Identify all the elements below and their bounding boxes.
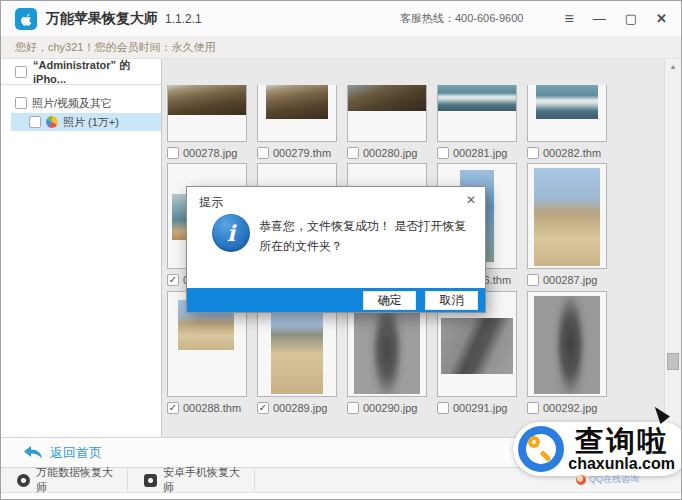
qq-face-icon <box>576 475 586 485</box>
photo-cell[interactable]: 000279.thm <box>257 85 337 159</box>
file-checkbox[interactable]: ✓ <box>257 402 269 414</box>
thumbnail-box[interactable] <box>527 163 607 269</box>
file-checkbox[interactable]: ✓ <box>167 402 179 414</box>
photo-cell[interactable]: 000280.jpg <box>347 85 427 159</box>
thumbnail-box[interactable] <box>527 85 607 142</box>
photo-cell[interactable]: 000282.thm <box>527 85 607 159</box>
recovery-logo-icon <box>17 474 30 487</box>
magnifier-handle-icon <box>540 450 552 462</box>
photo-thumbnail <box>168 85 246 115</box>
dialog-close-icon[interactable]: ✕ <box>466 193 476 207</box>
app-title: 万能苹果恢复大师 <box>46 10 158 28</box>
tab-universal-recovery[interactable]: 万能数据恢复大师 <box>1 468 128 492</box>
file-label: 000291.jpg <box>437 402 517 414</box>
back-arrow-icon <box>23 445 43 460</box>
thumbnail-box[interactable] <box>527 291 607 397</box>
file-name: 000278.jpg <box>183 147 237 159</box>
file-label: ✓000289.jpg <box>257 402 337 414</box>
photo-cell[interactable]: 000287.jpg <box>527 163 607 286</box>
file-checkbox[interactable] <box>527 274 539 286</box>
thumbnail-box[interactable] <box>347 85 427 142</box>
photo-thumbnail <box>534 168 600 266</box>
photo-thumbnail <box>438 85 516 111</box>
thumbnail-box[interactable] <box>257 85 337 142</box>
menu-icon[interactable]: ≡ <box>564 11 573 27</box>
file-label: 000279.thm <box>257 147 337 159</box>
photo-thumbnail <box>534 296 600 394</box>
file-name: 000282.thm <box>543 147 601 159</box>
tab-label: 安卓手机恢复大师 <box>163 465 242 495</box>
file-checkbox[interactable] <box>257 147 269 159</box>
file-label: ✓000288.thm <box>167 402 247 414</box>
file-name: 000280.jpg <box>363 147 417 159</box>
grid-row: 000278.jpg000279.thm000280.jpg000281.jpg… <box>167 85 659 159</box>
recovery-success-dialog: 提示 ✕ i 恭喜您，文件恢复成功！ 是否打开恢复所在的文件夹？ 确定 取消 <box>186 186 486 313</box>
dialog-title: 提示 <box>199 194 223 211</box>
title-bar: 万能苹果恢复大师 1.1.2.1 客服热线：400-606-9600 ≡ — ▢… <box>1 1 681 37</box>
device-header[interactable]: “Administrator” 的 iPho... <box>1 59 161 85</box>
photo-thumbnail <box>266 85 328 119</box>
thumbnail-box[interactable] <box>167 85 247 142</box>
close-icon[interactable]: ✕ <box>656 12 667 25</box>
info-icon: i <box>212 214 250 252</box>
tab-android-recovery[interactable]: 安卓手机恢复大师 <box>128 468 255 492</box>
file-checkbox[interactable] <box>437 147 449 159</box>
thumbnail-box[interactable] <box>437 85 517 142</box>
greeting-bar: 您好，chy321！您的会员时间：永久使用 <box>1 37 681 59</box>
photo-thumbnail <box>348 85 426 111</box>
dialog-footer: 确定 取消 <box>187 288 485 312</box>
tree-checkbox[interactable] <box>29 116 41 128</box>
file-label: 000281.jpg <box>437 147 517 159</box>
photo-thumbnail <box>441 318 513 374</box>
photos-color-icon <box>46 116 58 128</box>
magnifier-logo-icon <box>518 426 564 472</box>
back-home-link[interactable]: 返回首页 <box>50 444 102 462</box>
ok-button[interactable]: 确定 <box>363 291 416 310</box>
dialog-message: 恭喜您，文件恢复成功！ 是否打开恢复所在的文件夹？ <box>259 216 471 256</box>
device-checkbox[interactable] <box>15 66 27 78</box>
tree-item-photos[interactable]: 照片 (1万+) <box>11 113 161 131</box>
qq-chat-link[interactable]: QQ在线咨询 <box>576 473 639 486</box>
file-name: 000289.jpg <box>273 402 327 414</box>
photo-cell[interactable]: 000281.jpg <box>437 85 517 159</box>
file-label: 000280.jpg <box>347 147 427 159</box>
photo-cell[interactable]: 000278.jpg <box>167 85 247 159</box>
minimize-icon[interactable]: — <box>593 12 606 25</box>
file-name: 000292.jpg <box>543 402 597 414</box>
scrollbar-thumb[interactable] <box>667 353 679 370</box>
android-logo-icon <box>144 474 157 487</box>
file-label: 000290.jpg <box>347 402 427 414</box>
maximize-icon[interactable]: ▢ <box>625 12 637 25</box>
file-checkbox[interactable]: ✓ <box>167 274 179 286</box>
file-checkbox[interactable] <box>347 402 359 414</box>
file-name: 000288.thm <box>183 402 241 414</box>
file-checkbox[interactable] <box>527 402 539 414</box>
qq-chat-label: QQ在线咨询 <box>589 473 639 486</box>
watermark-badge[interactable]: 查询啦 chaxunla.com <box>513 422 682 476</box>
tree-item-label: 照片 (1万+) <box>63 115 119 130</box>
tree-checkbox[interactable] <box>15 97 27 109</box>
file-label: 000278.jpg <box>167 147 247 159</box>
tree-item-media[interactable]: 照片/视频及其它 <box>11 94 161 112</box>
scroll-up-icon[interactable]: ▲ <box>665 59 681 70</box>
tree-item-label: 照片/视频及其它 <box>32 96 112 111</box>
scrollbar[interactable]: ▲ ▼ <box>664 59 681 437</box>
file-checkbox[interactable] <box>347 147 359 159</box>
apple-logo-icon <box>15 8 37 30</box>
watermark-brand: 查询啦 <box>575 426 668 456</box>
photo-cell[interactable]: 000292.jpg <box>527 291 607 414</box>
file-name: 000281.jpg <box>453 147 507 159</box>
watermark-text: 查询啦 chaxunla.com <box>568 426 675 472</box>
file-label: 000282.thm <box>527 147 607 159</box>
file-checkbox[interactable] <box>167 147 179 159</box>
file-checkbox[interactable] <box>527 147 539 159</box>
category-tree: 照片/视频及其它 照片 (1万+) <box>1 94 161 131</box>
tab-label: 万能数据恢复大师 <box>36 465 115 495</box>
cancel-button[interactable]: 取消 <box>425 291 478 310</box>
file-name: 000291.jpg <box>453 402 507 414</box>
file-checkbox[interactable] <box>437 402 449 414</box>
file-label: 000292.jpg <box>527 402 607 414</box>
photo-thumbnail <box>536 85 598 119</box>
app-version: 1.1.2.1 <box>165 12 202 26</box>
device-label: “Administrator” 的 iPho... <box>33 58 161 85</box>
